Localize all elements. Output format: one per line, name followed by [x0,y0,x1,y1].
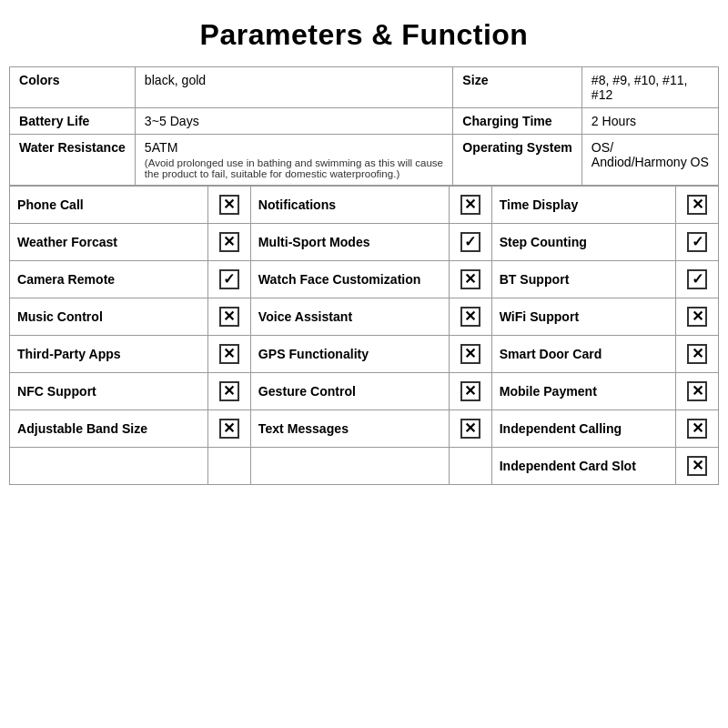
feat-col3-name: Mobile Payment [491,373,676,410]
feat-col3-icon: ✕ [676,336,719,373]
feat-col2-name: Voice Assistant [250,298,449,336]
feat-col2-icon: ✕ [449,410,491,448]
feat-col3-name: WiFi Support [491,298,676,336]
feat-col1-name [10,448,208,485]
x-icon: ✕ [687,456,707,476]
os-value: OS/ Andiod/Harmony OS [581,135,718,186]
check-icon: ✓ [687,269,707,289]
colors-value: black, gold [135,67,452,108]
feature-row: Phone Call ✕ Notifications ✕ Time Displa… [10,187,719,224]
x-icon: ✕ [460,419,480,439]
feat-col3-name: Independent Card Slot [491,448,676,485]
feat-col3-name: Time Display [491,187,676,224]
feat-col1-icon: ✕ [208,373,251,410]
os-label: Operating System [453,135,581,186]
feat-col1-icon: ✕ [208,298,251,336]
params-row-1: Colors black, gold Size #8, #9, #10, #11… [10,67,719,108]
feat-col2-name: Notifications [250,187,449,224]
feat-col3-name: Independent Calling [491,410,676,448]
x-icon: ✕ [219,195,239,215]
feat-col1-icon: ✓ [208,261,251,298]
charging-value: 2 Hours [581,108,718,135]
x-icon: ✕ [687,381,707,401]
feat-col3-name: Smart Door Card [491,336,676,373]
feat-col2-name: GPS Functionality [250,336,449,373]
x-icon: ✕ [460,195,480,215]
battery-label: Battery Life [10,108,136,135]
feat-col2-icon: ✕ [449,261,491,298]
feat-col1-name: Adjustable Band Size [10,410,208,448]
feature-row: Camera Remote ✓ Watch Face Customization… [10,261,719,298]
feat-col2-icon: ✕ [449,373,491,410]
check-icon: ✓ [687,232,707,252]
check-icon: ✓ [460,232,480,252]
feat-col3-icon: ✓ [676,224,719,261]
feature-row: Music Control ✕ Voice Assistant ✕ WiFi S… [10,298,719,336]
check-icon: ✓ [219,269,239,289]
x-icon: ✕ [460,269,480,289]
page-title: Parameters & Function [9,18,719,52]
x-icon: ✕ [460,381,480,401]
feat-col2-icon: ✕ [449,336,491,373]
x-icon: ✕ [687,344,707,364]
feat-col1-name: NFC Support [10,373,208,410]
water-value: 5ATM (Avoid prolonged use in bathing and… [135,135,452,186]
feat-col1-name: Weather Forcast [10,224,208,261]
x-icon: ✕ [687,307,707,327]
feat-col3-name: Step Counting [491,224,676,261]
feat-col1-icon: ✕ [208,336,251,373]
feature-row: NFC Support ✕ Gesture Control ✕ Mobile P… [10,373,719,410]
params-row-3: Water Resistance 5ATM (Avoid prolonged u… [10,135,719,186]
charging-label: Charging Time [453,108,581,135]
x-icon: ✕ [460,344,480,364]
water-note: (Avoid prolonged use in bathing and swim… [145,157,443,179]
feat-col1-name: Music Control [10,298,208,336]
params-table: Colors black, gold Size #8, #9, #10, #11… [9,66,719,186]
x-icon: ✕ [460,307,480,327]
feat-col1-icon: ✕ [208,187,251,224]
feat-col3-icon: ✓ [676,261,719,298]
feat-col1-icon [208,448,251,485]
feat-col2-name: Text Messages [250,410,449,448]
feat-col3-icon: ✕ [676,410,719,448]
feat-col2-name [250,448,449,485]
feat-col2-name: Multi-Sport Modes [250,224,449,261]
feature-row: Adjustable Band Size ✕ Text Messages ✕ I… [10,410,719,448]
feat-col3-name: BT Support [491,261,676,298]
feat-col2-icon: ✓ [449,224,491,261]
x-icon: ✕ [687,419,707,439]
colors-label: Colors [10,67,136,108]
water-label: Water Resistance [10,135,136,186]
x-icon: ✕ [219,381,239,401]
feat-col1-name: Camera Remote [10,261,208,298]
x-icon: ✕ [219,344,239,364]
feat-col2-name: Watch Face Customization [250,261,449,298]
feat-col1-icon: ✕ [208,224,251,261]
feat-col1-icon: ✕ [208,410,251,448]
x-icon: ✕ [219,419,239,439]
feat-col3-icon: ✕ [676,187,719,224]
feature-row: Independent Card Slot ✕ [10,448,719,485]
x-icon: ✕ [219,232,239,252]
x-icon: ✕ [687,195,707,215]
feat-col1-name: Phone Call [10,187,208,224]
x-icon: ✕ [219,307,239,327]
size-label: Size [453,67,581,108]
feat-col3-icon: ✕ [676,448,719,485]
features-table: Phone Call ✕ Notifications ✕ Time Displa… [9,186,719,485]
feat-col2-icon: ✕ [449,187,491,224]
params-row-2: Battery Life 3~5 Days Charging Time 2 Ho… [10,108,719,135]
feat-col3-icon: ✕ [676,373,719,410]
battery-value: 3~5 Days [135,108,452,135]
feat-col2-name: Gesture Control [250,373,449,410]
feat-col2-icon: ✕ [449,298,491,336]
feature-row: Third-Party Apps ✕ GPS Functionality ✕ S… [10,336,719,373]
feat-col1-name: Third-Party Apps [10,336,208,373]
feature-row: Weather Forcast ✕ Multi-Sport Modes ✓ St… [10,224,719,261]
feat-col3-icon: ✕ [676,298,719,336]
size-value: #8, #9, #10, #11, #12 [581,67,718,108]
feat-col2-icon [449,448,491,485]
